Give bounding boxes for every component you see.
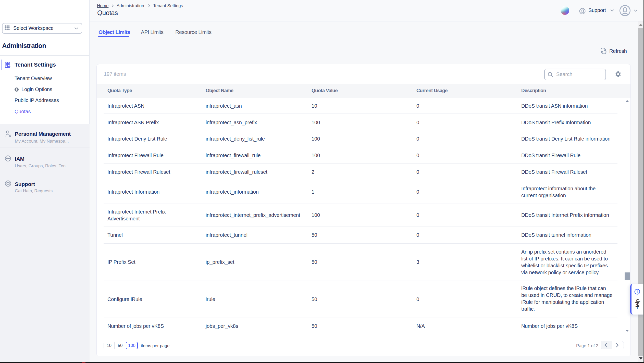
svg-text:?: ? — [636, 290, 638, 294]
